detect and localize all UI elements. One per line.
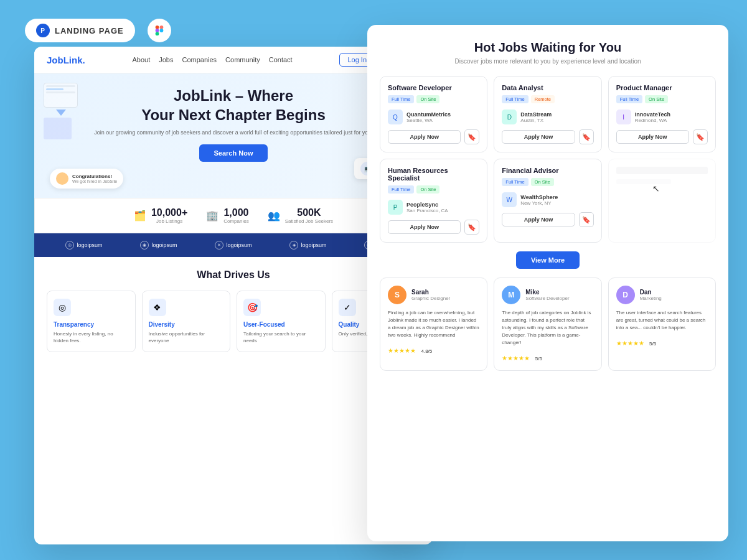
apply-btn-financial[interactable]: Apply Now: [502, 213, 575, 226]
view-more-row: View More: [380, 251, 716, 269]
company-row-wealthsphere: W WealthSphere New York, NY: [502, 192, 593, 207]
partner-icon-2: ◉: [140, 241, 149, 250]
hot-jobs-title: Hot Jobs Waiting for You: [380, 40, 716, 55]
stars-mike: ★★★★★: [502, 355, 530, 362]
tag-remote-data: Remote: [531, 95, 555, 103]
job-tags-software: Full Time On Site: [388, 95, 479, 103]
drives-card-diversity: ❖ Diversity Inclusive opportunities for …: [142, 291, 231, 352]
testimonial-header-mike: M Mike Software Developer: [502, 286, 593, 304]
job-card-hr-specialist: Human Resources Specialist Full Time On …: [380, 159, 487, 243]
bookmark-icon-data[interactable]: 🔖: [579, 129, 594, 144]
bookmark-icon-hr[interactable]: 🔖: [464, 220, 479, 235]
bookmark-icon-financial[interactable]: 🔖: [579, 212, 594, 227]
company-row-quantummetrics: Q QuantumMetrics Seattle, WA: [388, 110, 479, 124]
quantummetrics-logo: Q: [388, 110, 403, 124]
drives-title: What Drives Us: [47, 269, 420, 281]
partner-icon-3: ✕: [215, 241, 223, 250]
avatar-mike: M: [502, 286, 520, 304]
apply-row-data: Apply Now 🔖: [502, 129, 593, 144]
job-tags-hr: Full Time On Site: [388, 185, 479, 194]
top-bar: P LANDING PAGE: [25, 19, 171, 42]
svg-point-1: [159, 26, 163, 29]
testimonial-mike: M Mike Software Developer The depth of j…: [494, 278, 601, 371]
job-card-product-manager: Product Manager Full Time On Site I Inno…: [608, 76, 716, 152]
transparency-icon: ◎: [54, 299, 71, 316]
svg-point-4: [155, 32, 159, 35]
wealthsphere-logo: W: [502, 192, 517, 207]
job-tags-product: Full Time On Site: [616, 95, 708, 103]
p-icon: P: [36, 24, 50, 37]
diversity-icon: ❖: [149, 299, 166, 316]
figma-icon: [148, 19, 171, 42]
tag-fulltime-financial: Full Time: [502, 178, 528, 186]
testimonial-dan: D Dan Marketing The user interface and s…: [608, 278, 716, 371]
bookmark-icon-product[interactable]: 🔖: [693, 129, 708, 144]
testimonials-grid: S Sarah Graphic Designer Finding a job c…: [380, 278, 716, 371]
innovatetech-logo: I: [616, 110, 631, 124]
job-tags-data: Full Time Remote: [502, 95, 593, 103]
apply-btn-software[interactable]: Apply Now: [388, 130, 461, 144]
tag-fulltime-data: Full Time: [502, 95, 528, 103]
view-more-button[interactable]: View More: [516, 251, 580, 269]
drives-card-transparency: ◎ Transparency Honesty in every listing,…: [47, 291, 136, 352]
hero-search-button[interactable]: Search Now: [199, 144, 268, 162]
partner-icon-1: ◎: [65, 241, 74, 250]
nav-contact[interactable]: Contact: [269, 56, 293, 63]
nav-links: About Jobs Companies Community Contact: [132, 56, 292, 63]
tag-onsite-product: On Site: [645, 95, 668, 103]
hero-title: JobLink – WhereYour Next Chapter Begins: [53, 86, 414, 124]
building-icon: 🏢: [206, 210, 218, 222]
partner-logo-4: ◈ logoipsum: [289, 241, 326, 250]
company-row-innovatetech: I InnovateTech Redmond, WA: [616, 110, 708, 124]
quality-icon: ✓: [339, 299, 356, 316]
apply-row-financial: Apply Now 🔖: [502, 212, 593, 227]
tag-fulltime-product: Full Time: [616, 95, 642, 103]
company-row-peoplesync: P PeopleSync San Francisco, CA: [388, 200, 479, 215]
nav-about[interactable]: About: [132, 56, 150, 63]
hot-jobs-panel: Hot Jobs Waiting for You Discover jobs m…: [367, 25, 728, 541]
mouse-cursor: ↖: [652, 184, 660, 194]
peoplesync-logo: P: [388, 200, 403, 215]
company-row-datastream: D DataStream Austin, TX: [502, 110, 593, 124]
user-focused-icon: 🎯: [243, 299, 261, 316]
tag-onsite: On Site: [416, 95, 439, 103]
users-icon: 👥: [268, 210, 280, 222]
testimonial-text-dan: The user interface and search features a…: [616, 309, 708, 332]
hero-subtitle: Join our growing community of job seeker…: [53, 129, 414, 136]
bookmark-icon-software[interactable]: 🔖: [464, 129, 479, 144]
apply-btn-data[interactable]: Apply Now: [502, 130, 575, 144]
testimonial-sarah: S Sarah Graphic Designer Finding a job c…: [380, 278, 487, 371]
job-card-financial-advisor: Financial Advisor Full Time On Site W We…: [494, 159, 601, 243]
svg-point-2: [155, 29, 159, 32]
hot-jobs-subtitle: Discover jobs more relevant to you by ex…: [380, 58, 716, 65]
testimonial-text-mike: The depth of job categories on Joblink i…: [502, 309, 593, 347]
jobs-grid: Software Developer Full Time On Site Q Q…: [380, 76, 716, 243]
tag-onsite-financial: On Site: [531, 178, 554, 186]
partner-logo-1: ◎ logoipsum: [65, 241, 102, 250]
apply-row-hr: Apply Now 🔖: [388, 220, 479, 235]
nav-community[interactable]: Community: [225, 56, 260, 63]
stars-dan: ★★★★★: [616, 340, 644, 347]
congrats-avatar: [56, 172, 68, 185]
stat-job-listings: 🗂️ 10,000+ Job Listings: [134, 207, 187, 224]
job-card-placeholder: [608, 159, 716, 243]
congrats-text: Congratulations! We got hired in JobSite: [72, 174, 117, 184]
avatar-dan: D: [616, 286, 635, 304]
tag-onsite-hr: On Site: [416, 185, 439, 194]
apply-row-product: Apply Now 🔖: [616, 129, 708, 144]
svg-point-3: [159, 29, 163, 32]
job-card-software-developer: Software Developer Full Time On Site Q Q…: [380, 76, 487, 152]
job-tags-financial: Full Time On Site: [502, 178, 593, 186]
partner-icon-4: ◈: [289, 241, 298, 250]
apply-btn-product[interactable]: Apply Now: [616, 130, 689, 144]
briefcase-icon: 🗂️: [134, 210, 146, 222]
svg-point-0: [155, 26, 159, 29]
stat-seekers: 👥 500K Satisfied Job Seekers: [268, 207, 333, 224]
nav-jobs[interactable]: Jobs: [159, 56, 173, 63]
nav-companies[interactable]: Companies: [182, 56, 217, 63]
avatar-sarah: S: [388, 286, 406, 304]
stat-companies: 🏢 1,000 Companies: [206, 207, 248, 224]
partner-logo-2: ◉ logoipsum: [140, 241, 177, 250]
apply-btn-hr[interactable]: Apply Now: [388, 220, 461, 234]
tag-fulltime-hr: Full Time: [388, 185, 414, 194]
